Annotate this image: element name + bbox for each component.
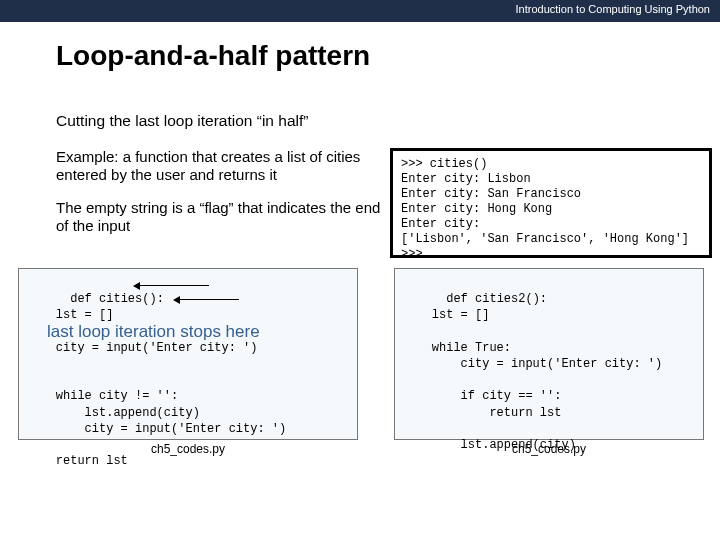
overlay-note: last loop iteration stops here [47, 321, 260, 344]
code-left-wrapper: def cities(): lst = [] city = input('Ent… [0, 268, 358, 456]
header-text: Introduction to Computing Using Python [516, 3, 710, 15]
console-output: >>> cities() Enter city: Lisbon Enter ci… [390, 148, 712, 258]
code-right-text: def cities2(): lst = [] while True: city… [403, 292, 662, 452]
description-row: Example: a function that creates a list … [0, 148, 720, 258]
code-box-left: def cities(): lst = [] city = input('Ent… [18, 268, 358, 440]
description-left: Example: a function that creates a list … [56, 148, 386, 258]
arrow-2-head [173, 296, 180, 304]
arrow-2-line [179, 299, 239, 300]
header-bar: Introduction to Computing Using Python [0, 0, 720, 22]
desc-paragraph-2: The empty string is a “flag” that indica… [56, 199, 386, 236]
code-right-wrapper: def cities2(): lst = [] while True: city… [358, 268, 704, 456]
arrow-1-head [133, 282, 140, 290]
code-box-right: def cities2(): lst = [] while True: city… [394, 268, 704, 440]
desc-paragraph-1: Example: a function that creates a list … [56, 148, 386, 185]
slide-title: Loop-and-a-half pattern [56, 40, 720, 72]
arrow-1-line [139, 285, 209, 286]
slide-subtitle: Cutting the last loop iteration “in half… [56, 112, 720, 130]
code-row: def cities(): lst = [] city = input('Ent… [0, 268, 720, 456]
